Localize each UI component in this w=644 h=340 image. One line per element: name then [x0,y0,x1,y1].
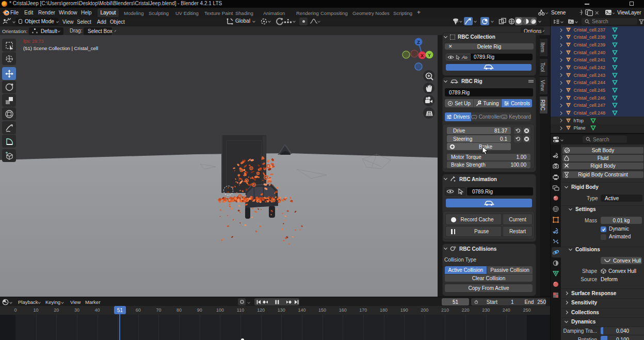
svg-text:Z: Z [417,40,420,45]
svg-text:X: X [421,53,424,58]
svg-text:Y: Y [428,53,431,58]
